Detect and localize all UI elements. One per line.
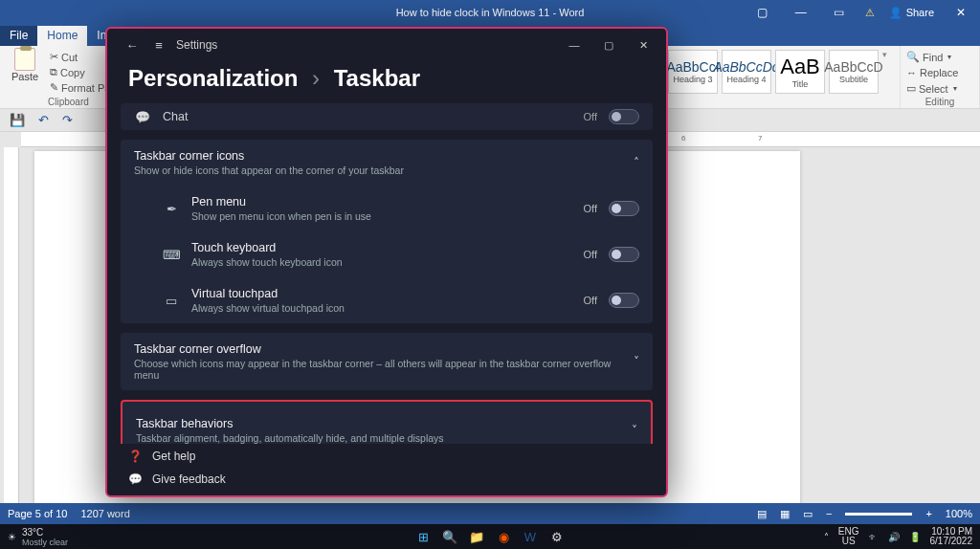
copy-icon: ⧉ [50, 66, 57, 78]
find-button[interactable]: 🔍Find▾ [906, 50, 973, 64]
styles-more-button[interactable]: ▾ [882, 50, 894, 59]
settings-footer: ❓ Get help 💬 Give feedback [107, 444, 666, 495]
select-button[interactable]: ▭Select▾ [906, 81, 973, 96]
cursor-icon: ▭ [906, 82, 916, 95]
settings-close-icon[interactable]: ✕ [626, 39, 660, 52]
word-share-button[interactable]: 👤 Share [881, 7, 942, 19]
paste-label: Paste [11, 71, 38, 82]
replace-button[interactable]: ↔Replace [906, 66, 973, 79]
taskbar-tray: ˄ ENG US ᯤ 🔊 🔋 10:10 PM 6/17/2022 [816, 527, 980, 547]
settings-maximize-icon[interactable]: ▢ [591, 39, 626, 52]
language-indicator[interactable]: ENG US [838, 527, 859, 547]
word-icon[interactable]: W [522, 528, 539, 545]
word-minimize-icon[interactable]: — [782, 6, 820, 19]
taskbar-clock[interactable]: 10:10 PM 6/17/2022 [930, 527, 973, 547]
find-label: Find [923, 52, 943, 63]
style-heading4[interactable]: AaBbCcDdHeading 4 [722, 50, 771, 94]
view-read-icon[interactable]: ▤ [757, 508, 767, 520]
zoom-slider[interactable] [845, 513, 912, 516]
help-label: Get help [152, 450, 195, 463]
section-title: Taskbar behaviors [136, 417, 620, 430]
pen-toggle[interactable] [609, 201, 639, 216]
style-label: Title [792, 79, 809, 89]
undo-icon[interactable]: ↶ [38, 113, 49, 127]
tab-home[interactable]: Home [37, 26, 87, 46]
settings-titlebar: ← ≡ Settings — ▢ ✕ [107, 29, 666, 61]
section-subtitle: Taskbar alignment, badging, automaticall… [136, 432, 620, 444]
touchpad-icon: ▭ [163, 294, 180, 308]
section-title: Taskbar corner overflow [134, 342, 622, 356]
share-icon: 👤 [889, 7, 902, 19]
replace-icon: ↔ [906, 67, 917, 78]
settings-window: ← ≡ Settings — ▢ ✕ Personalization › Tas… [105, 27, 668, 497]
weather-temp: 33°C [22, 527, 68, 538]
battery-icon[interactable]: 🔋 [909, 532, 921, 542]
zoom-in-icon[interactable]: + [925, 508, 931, 519]
replace-label: Replace [920, 67, 958, 78]
pen-menu-row[interactable]: ✒ Pen menu Show pen menu icon when pen i… [121, 186, 653, 231]
virtual-touchpad-row[interactable]: ▭ Virtual touchpad Always show virtual t… [121, 277, 653, 323]
select-label: Select [919, 83, 948, 95]
ruler-mark: 7 [758, 134, 762, 143]
wifi-icon[interactable]: ᯤ [869, 532, 879, 542]
zoom-out-icon[interactable]: − [826, 508, 832, 519]
settings-icon[interactable]: ⚙ [548, 528, 566, 545]
tray-chevron-icon[interactable]: ˄ [824, 532, 829, 542]
chat-row-partial[interactable]: 💬 Chat Off [121, 103, 653, 130]
settings-minimize-icon[interactable]: — [557, 39, 591, 51]
volume-icon[interactable]: 🔊 [888, 532, 900, 542]
page-indicator[interactable]: Page 5 of 10 [8, 508, 67, 519]
chevron-down-icon: ˅ [632, 424, 637, 437]
style-title[interactable]: AaBTitle [775, 50, 825, 94]
get-help-link[interactable]: ❓ Get help [128, 450, 645, 463]
taskbar-behaviors-section[interactable]: Taskbar behaviors Taskbar alignment, bad… [121, 400, 653, 444]
chat-title: Chat [163, 110, 572, 123]
breadcrumb: Personalization › Taskbar [107, 61, 666, 103]
clock-date: 6/17/2022 [930, 537, 973, 547]
explorer-icon[interactable]: 📁 [468, 528, 485, 545]
taskbar-weather[interactable]: ☀ 33°C Mostly clear [0, 527, 76, 547]
view-print-icon[interactable]: ▦ [780, 508, 790, 520]
tab-file[interactable]: File [0, 26, 37, 46]
chat-toggle[interactable] [609, 109, 639, 124]
breadcrumb-root[interactable]: Personalization [128, 65, 298, 91]
word-titlebar: How to hide clock in Windows 11 - Word ▢… [0, 0, 980, 25]
style-subtitle[interactable]: AaBbCcDSubtitle [829, 50, 879, 94]
word-ribbon-options-icon[interactable]: ▢ [744, 6, 782, 19]
style-sample: AaBbCcI [666, 59, 719, 75]
brave-icon[interactable]: ◉ [495, 528, 512, 545]
word-count[interactable]: 1207 word [80, 508, 129, 519]
corner-icons-header[interactable]: Taskbar corner icons Show or hide icons … [121, 140, 653, 186]
nav-icon[interactable]: ≡ [145, 38, 172, 53]
ruler-vertical[interactable] [4, 147, 19, 503]
style-label: Heading 4 [726, 75, 766, 84]
word-warning-icon: ⚠ [858, 7, 881, 19]
chevron-up-icon: ˄ [634, 156, 639, 169]
touch-keyboard-row[interactable]: ⌨ Touch keyboard Always show touch keybo… [121, 231, 653, 277]
row-title: Pen menu [191, 195, 572, 209]
weather-icon: ☀ [8, 532, 16, 542]
touch-toggle[interactable] [609, 247, 639, 262]
start-icon[interactable]: ⊞ [414, 528, 432, 545]
view-web-icon[interactable]: ▭ [803, 508, 813, 520]
back-icon[interactable]: ← [119, 38, 145, 53]
overflow-section[interactable]: Taskbar corner overflow Choose which ico… [121, 333, 653, 390]
chevron-down-icon: ▾ [953, 84, 957, 93]
zoom-level[interactable]: 100% [946, 508, 972, 519]
pen-icon: ✒ [163, 202, 180, 216]
section-subtitle: Show or hide icons that appear on the co… [134, 165, 622, 176]
row-subtitle: Always show touch keyboard icon [191, 256, 572, 268]
group-editing: 🔍Find▾ ↔Replace ▭Select▾ Editing [901, 46, 980, 108]
redo-icon[interactable]: ↷ [62, 113, 73, 127]
word-close-icon[interactable]: ✕ [942, 6, 980, 19]
touchpad-toggle[interactable] [609, 293, 639, 308]
copy-label: Copy [60, 67, 85, 78]
style-heading3[interactable]: AaBbCcIHeading 3 [668, 50, 718, 94]
group-label: Editing [906, 97, 973, 108]
give-feedback-link[interactable]: 💬 Give feedback [128, 472, 645, 486]
section-subtitle: Choose which icons may appear in the tas… [134, 358, 622, 381]
paste-button[interactable]: Paste [6, 48, 44, 95]
save-icon[interactable]: 💾 [10, 113, 25, 127]
search-icon[interactable]: 🔍 [441, 528, 458, 545]
word-restore-icon[interactable]: ▭ [820, 6, 858, 19]
